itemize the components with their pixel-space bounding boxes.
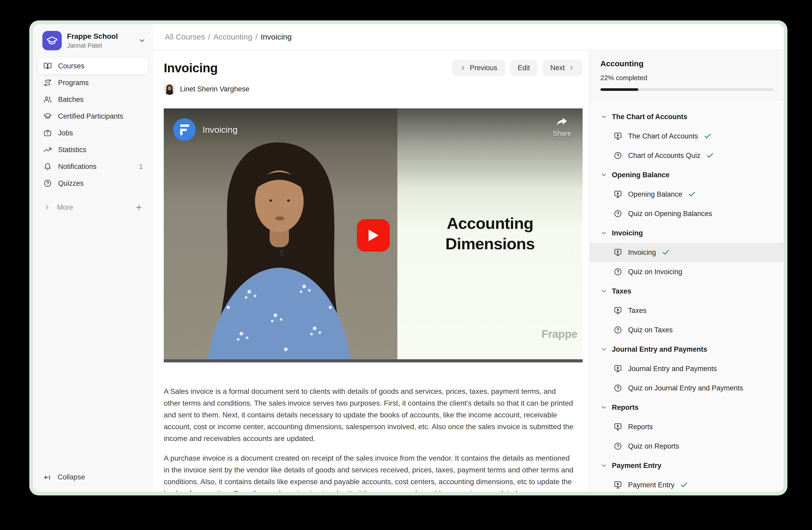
sidebar-more-toggle[interactable]: More <box>38 199 148 216</box>
avatar-image <box>164 83 175 95</box>
outline-lesson-item[interactable]: Quiz on Journal Entry and Payments <box>590 378 784 398</box>
sidebar-item-statistics[interactable]: Statistics <box>38 141 148 158</box>
outline-section-header[interactable]: Invoicing <box>590 223 784 243</box>
outline-item-label: Invoicing <box>628 249 656 256</box>
chevron-down-icon <box>600 229 607 236</box>
sidebar-item-quizzes[interactable]: Quizzes <box>38 175 148 192</box>
edit-button[interactable]: Edit <box>510 60 538 76</box>
chevron-down-icon[interactable] <box>138 37 146 44</box>
video-share-button[interactable]: Share <box>553 117 571 138</box>
chevron-down-icon <box>600 288 607 295</box>
check-icon <box>662 249 670 256</box>
graduation-cap-icon <box>46 35 58 46</box>
graduation-cap-icon <box>43 112 52 121</box>
outline-item-label: Taxes <box>628 307 647 315</box>
outline-section-header[interactable]: Taxes <box>590 281 784 301</box>
sidebar-item-certified-participants[interactable]: Certified Participants <box>38 108 148 125</box>
edit-button-label: Edit <box>518 64 530 72</box>
outline-lesson-item[interactable]: Invoicing <box>590 243 784 262</box>
sidebar-item-label: Notifications <box>58 163 97 171</box>
sidebar-item-batches[interactable]: Batches <box>38 91 148 108</box>
outline-section-header[interactable]: Journal Entry and Payments <box>590 340 784 359</box>
sidebar-item-label: Batches <box>58 96 84 104</box>
outline-section-title: Journal Entry and Payments <box>612 345 707 353</box>
collapse-left-icon <box>43 473 51 481</box>
outline-item-label: Quiz on Taxes <box>628 326 673 334</box>
help-circle-icon <box>613 151 622 160</box>
breadcrumb-link-accounting[interactable]: Accounting <box>214 32 252 41</box>
outline-lesson-item[interactable]: Chart of Accounts Quiz <box>590 146 784 165</box>
workspace-switcher[interactable]: Frappe School Jannat Patel <box>33 24 153 56</box>
chevron-left-icon <box>460 65 466 71</box>
check-icon <box>680 481 688 489</box>
help-circle-icon <box>613 383 622 392</box>
monitor-play-icon <box>613 480 622 489</box>
sidebar-nav: Courses Programs Batches <box>33 56 153 216</box>
outline-lesson-item[interactable]: Journal Entry and Payments <box>590 359 784 378</box>
video-slide-pane: Accounting Dimensions Frappe <box>397 108 583 362</box>
outline-item-label: Quiz on Journal Entry and Payments <box>628 384 743 392</box>
sidebar-item-courses[interactable]: Courses <box>38 58 148 74</box>
sidebar-collapse-button[interactable]: Collapse <box>33 466 153 492</box>
outline-section-title: Opening Balance <box>612 171 670 179</box>
sidebar-item-notifications[interactable]: Notifications 1 <box>38 158 148 175</box>
outline-section-header[interactable]: Opening Balance <box>590 165 784 185</box>
outline-lesson-item[interactable]: Taxes <box>590 301 784 320</box>
share-label: Share <box>553 129 571 138</box>
outline-lesson-item[interactable]: Reports <box>590 417 784 436</box>
outline-lesson-item[interactable]: Quiz on Taxes <box>590 320 784 340</box>
content-row: Invoicing Previous Edit Next <box>153 50 784 492</box>
book-open-icon <box>43 62 52 70</box>
lesson-paragraph: A Sales invoice is a formal document sen… <box>164 386 574 444</box>
sidebar-item-programs[interactable]: Programs <box>38 74 148 91</box>
outline-lesson-item[interactable]: Quiz on Invoicing <box>590 262 784 281</box>
outline-lesson-item[interactable]: The Chart of Accounts <box>590 126 784 146</box>
outline-item-label: The Chart of Accounts <box>628 132 698 140</box>
lesson-main: Invoicing Previous Edit Next <box>153 50 589 492</box>
outline-item-label: Chart of Accounts Quiz <box>628 152 700 160</box>
workspace-identity: Frappe School Jannat Patel <box>67 32 118 49</box>
sidebar-item-jobs[interactable]: Jobs <box>38 125 148 141</box>
progress-fill <box>600 88 638 91</box>
outline-section-title: Payment Entry <box>612 462 661 470</box>
next-button[interactable]: Next <box>542 60 583 76</box>
previous-button[interactable]: Previous <box>452 60 505 76</box>
outline-course-title: Accounting <box>600 59 773 68</box>
video-progress-strip[interactable] <box>164 359 583 362</box>
outline-section-title: Taxes <box>612 287 632 295</box>
author-row: Linet Sherin Varghese <box>164 83 583 95</box>
outline-section-header[interactable]: Reports <box>590 398 784 417</box>
lesson-nav-buttons: Previous Edit Next <box>452 60 583 76</box>
avatar <box>164 83 175 95</box>
check-icon <box>704 132 712 140</box>
video-title[interactable]: Invoicing <box>202 125 237 135</box>
monitor-play-icon <box>613 190 622 199</box>
outline-list: The Chart of Accounts The Chart of Accou… <box>590 100 784 492</box>
chevron-down-icon <box>600 462 607 469</box>
outline-lesson-item[interactable]: Payment Entry <box>590 475 784 492</box>
outline-item-label: Quiz on Opening Balances <box>628 210 712 218</box>
progress-bar <box>600 88 773 91</box>
previous-button-label: Previous <box>470 64 497 72</box>
page-title: Invoicing <box>164 61 218 75</box>
monitor-play-icon <box>613 422 622 431</box>
add-button[interactable] <box>135 204 143 211</box>
breadcrumb-separator: / <box>208 32 210 41</box>
check-icon <box>706 152 714 159</box>
outline-lesson-item[interactable]: Quiz on Opening Balances <box>590 204 784 223</box>
chevron-right-icon <box>568 65 575 71</box>
outline-section-header[interactable]: The Chart of Accounts <box>590 107 784 126</box>
outline-section-title: The Chart of Accounts <box>612 113 687 121</box>
breadcrumb-link-all-courses[interactable]: All Courses <box>165 32 205 41</box>
outline-lesson-item[interactable]: Quiz on Reports <box>590 436 784 456</box>
play-button[interactable] <box>357 219 390 252</box>
help-circle-icon <box>613 209 622 218</box>
briefcase-icon <box>43 129 52 137</box>
route-icon <box>43 79 52 87</box>
video-player[interactable]: Accounting Dimensions Frappe Invoicing <box>164 108 583 362</box>
help-circle-icon <box>613 442 622 451</box>
outline-lesson-item[interactable]: Opening Balance <box>590 185 784 204</box>
outline-item-label: Quiz on Invoicing <box>628 268 682 276</box>
outline-section-header[interactable]: Payment Entry <box>590 456 784 475</box>
frappe-video-badge-icon[interactable] <box>173 118 196 141</box>
